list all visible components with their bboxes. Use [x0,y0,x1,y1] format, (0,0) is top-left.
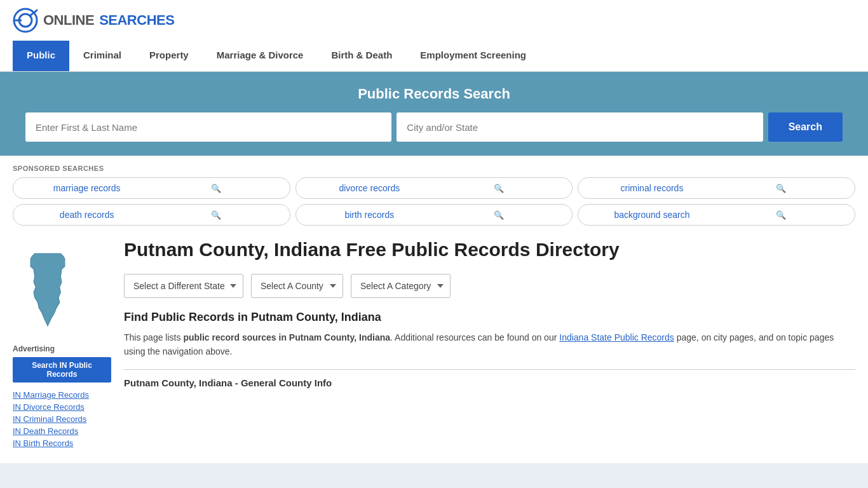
sidebar-link-death[interactable]: IN Death Records [13,426,111,436]
tag-background-label: background search [587,210,716,220]
search-icon-4: 🔍 [151,210,280,220]
search-button[interactable]: Search [768,112,843,142]
find-desc-middle: . Additional resources can be found on o… [390,332,559,342]
tag-criminal-records[interactable]: criminal records 🔍 [578,177,855,199]
nav-item-criminal[interactable]: Criminal [69,41,135,71]
search-icon-1: 🔍 [151,184,280,193]
search-form: Search [25,112,843,142]
find-description: This page lists public record sources in… [124,330,855,359]
advertising-block: Advertising Search IN Public Records IN … [13,344,111,448]
left-panel: Advertising Search IN Public Records IN … [13,238,111,451]
search-icon-5: 🔍 [434,210,563,220]
tag-birth-label: birth records [305,210,434,220]
page-title: Putnam County, Indiana Free Public Recor… [124,238,855,261]
search-banner: Public Records Search Search [0,72,868,156]
find-desc-before: This page lists [124,332,183,342]
content-main: Putnam County, Indiana Free Public Recor… [111,238,855,451]
sidebar-link-criminal[interactable]: IN Criminal Records [13,414,111,424]
tag-divorce-records[interactable]: divorce records 🔍 [295,177,573,199]
tag-death-label: death records [22,210,151,220]
indiana-map-svg [13,251,83,334]
search-banner-title: Public Records Search [25,86,843,102]
search-icon-3: 🔍 [717,184,846,193]
left-content: Advertising Search IN Public Records IN … [13,238,855,451]
dropdowns-row: Select a Different State Select A County… [124,274,855,298]
name-input[interactable] [25,112,391,142]
location-input[interactable] [397,112,763,142]
nav-item-birth-death[interactable]: Birth & Death [317,41,406,71]
state-dropdown[interactable]: Select a Different State [124,274,243,298]
section-divider [124,369,855,370]
nav-item-marriage-divorce[interactable]: Marriage & Divorce [203,41,318,71]
main-container: SPONSORED SEARCHES marriage records 🔍 di… [0,156,868,463]
tag-marriage-records[interactable]: marriage records 🔍 [13,177,290,199]
tag-birth-records[interactable]: birth records 🔍 [295,204,573,226]
indiana-map [13,251,111,336]
search-tags-grid: marriage records 🔍 divorce records 🔍 cri… [13,177,855,226]
tag-divorce-label: divorce records [305,183,434,193]
sidebar-link-marriage[interactable]: IN Marriage Records [13,390,111,400]
find-title: Find Public Records in Putnam County, In… [124,311,855,324]
sponsored-label: SPONSORED SEARCHES [13,165,855,172]
header: ONLINE SEARCHES [0,0,868,41]
search-icon-6: 🔍 [717,210,846,220]
tag-marriage-label: marriage records [22,183,151,193]
tag-background-search[interactable]: background search 🔍 [578,204,855,226]
search-icon-2: 🔍 [434,184,563,193]
nav-item-public[interactable]: Public [13,41,69,71]
nav-item-property[interactable]: Property [135,41,203,71]
logo-text-searches: SEARCHES [99,12,174,29]
logo-text-online: ONLINE [43,12,94,29]
tag-death-records[interactable]: death records 🔍 [13,204,290,226]
category-dropdown[interactable]: Select A Category [351,274,451,298]
logo-icon [13,8,38,33]
search-in-public-records-button[interactable]: Search IN Public Records [13,357,111,383]
logo: ONLINE SEARCHES [13,8,174,33]
section-subtitle: Putnam County, Indiana - General County … [124,377,855,388]
nav-item-employment[interactable]: Employment Screening [406,41,540,71]
indiana-state-records-link[interactable]: Indiana State Public Records [559,332,674,342]
sidebar-link-birth[interactable]: IN Birth Records [13,438,111,448]
tag-criminal-label: criminal records [587,183,716,193]
content-area: SPONSORED SEARCHES marriage records 🔍 di… [0,156,868,463]
find-desc-bold: public record sources in Putnam County, … [183,332,390,342]
county-dropdown[interactable]: Select A County [251,274,343,298]
ad-label: Advertising [13,344,111,353]
main-nav: Public Criminal Property Marriage & Divo… [0,41,868,72]
sidebar-link-divorce[interactable]: IN Divorce Records [13,402,111,412]
